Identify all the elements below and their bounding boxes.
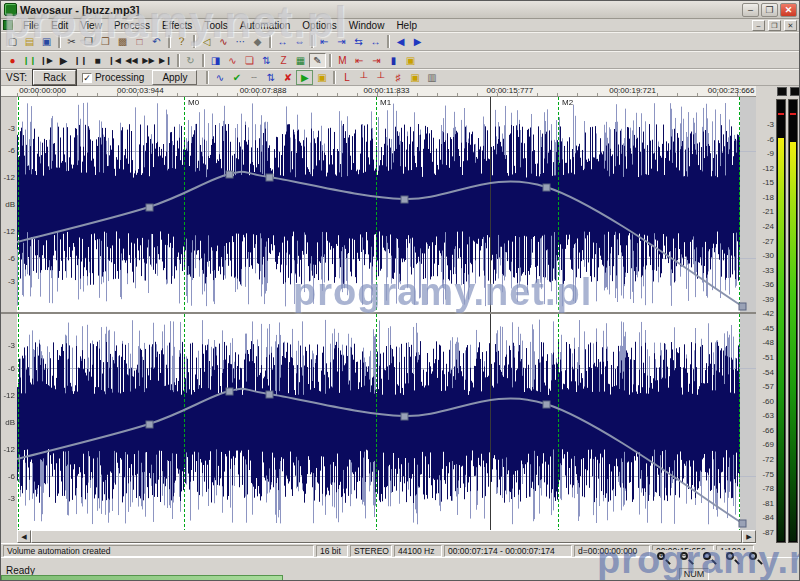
previous-view-button[interactable]: ◀ bbox=[392, 34, 409, 49]
lock-markers-button[interactable]: ▣ bbox=[402, 53, 419, 68]
minimize-button[interactable]: – bbox=[742, 3, 759, 17]
bit-convert-button[interactable]: ⋯ bbox=[232, 34, 249, 49]
frame-status-bar: Ready NUM + − □ bbox=[1, 557, 799, 581]
help-button[interactable]: ? bbox=[173, 34, 190, 49]
loop-both-button[interactable]: ┴ bbox=[355, 70, 372, 85]
lock-envelope-button[interactable]: ▣ bbox=[313, 70, 330, 85]
zoom-left-button[interactable]: ⇤ bbox=[316, 34, 333, 49]
mdi-restore-button[interactable]: ❐ bbox=[768, 20, 781, 31]
resample-grid-button[interactable]: ▦ bbox=[292, 53, 309, 68]
separator bbox=[311, 35, 313, 48]
undo-button[interactable]: ↶ bbox=[148, 34, 165, 49]
menu-tools[interactable]: Tools bbox=[198, 20, 233, 31]
vst-apply-button[interactable]: Apply bbox=[152, 70, 197, 85]
mdi-close-button[interactable]: ✕ bbox=[784, 20, 797, 31]
rewind-button[interactable]: ◀◀ bbox=[123, 53, 140, 68]
zoom-out-button[interactable]: − bbox=[677, 551, 695, 567]
selection-button[interactable]: □ bbox=[131, 34, 148, 49]
menu-effects[interactable]: Effects bbox=[156, 20, 198, 31]
goto-start-button[interactable]: ❙◀ bbox=[106, 53, 123, 68]
marker-end-button[interactable]: ⇥ bbox=[368, 53, 385, 68]
marker-label-m1[interactable]: M1 bbox=[380, 98, 391, 107]
add-marker-button[interactable]: M bbox=[334, 53, 351, 68]
separator bbox=[193, 35, 195, 48]
settings-wrench-button[interactable]: ◆ bbox=[249, 34, 266, 49]
envelope-points-button[interactable]: ┄ bbox=[245, 70, 262, 85]
draw-pencil-button[interactable]: ✎ bbox=[309, 53, 326, 68]
loop-end-button[interactable]: ┴ bbox=[372, 70, 389, 85]
trash-button[interactable]: ▥ bbox=[423, 70, 440, 85]
scroll-left-button[interactable]: ◀ bbox=[17, 530, 31, 543]
record-pause-button[interactable]: ❙❙ bbox=[21, 53, 38, 68]
play-envelope-button[interactable]: ▶ bbox=[296, 70, 313, 85]
marker-label-m0[interactable]: M0 bbox=[188, 98, 199, 107]
paste-button[interactable]: ❒ bbox=[97, 34, 114, 49]
loop-start-button[interactable]: L bbox=[338, 70, 355, 85]
delete-envelope-button[interactable]: ✘ bbox=[279, 70, 296, 85]
markers-snap-button[interactable]: ♯ bbox=[389, 70, 406, 85]
menu-automation[interactable]: Automation bbox=[234, 20, 297, 31]
fit-selection-button[interactable]: ⇔ bbox=[291, 34, 308, 49]
open-file-button[interactable]: ▤ bbox=[21, 34, 38, 49]
marker-start-button[interactable]: ⇤ bbox=[351, 53, 368, 68]
menu-options[interactable]: Options bbox=[296, 20, 342, 31]
scroll-right-button[interactable]: ▶ bbox=[742, 530, 756, 543]
audio-settings-button[interactable]: ◁ bbox=[198, 34, 215, 49]
lock-loop-button[interactable]: ▣ bbox=[406, 70, 423, 85]
stop-button[interactable]: ■ bbox=[89, 53, 106, 68]
menu-edit[interactable]: Edit bbox=[45, 20, 74, 31]
apply-envelope-button[interactable]: ✔ bbox=[228, 70, 245, 85]
close-button[interactable]: ✕ bbox=[780, 3, 797, 17]
menu-file[interactable]: File bbox=[17, 20, 45, 31]
marker-label-m2[interactable]: M2 bbox=[562, 98, 573, 107]
separator bbox=[269, 35, 271, 48]
scrollbar-thumb[interactable] bbox=[31, 530, 742, 543]
time-ruler[interactable]: 00:00:00:00000:00:03:94400:00:07:88800:0… bbox=[1, 86, 756, 97]
clip-light-right[interactable] bbox=[790, 87, 800, 96]
play-button[interactable]: ▶ bbox=[55, 53, 72, 68]
envelope-scale-button[interactable]: ⇅ bbox=[262, 70, 279, 85]
menu-window[interactable]: Window bbox=[343, 20, 391, 31]
pause-button[interactable]: ❙❙ bbox=[72, 53, 89, 68]
peak-hold-right bbox=[790, 113, 796, 115]
zoom-swap-button[interactable]: ⇆ bbox=[350, 34, 367, 49]
record-button[interactable]: ● bbox=[4, 53, 21, 68]
volume-envelope-button[interactable]: ∿ bbox=[211, 70, 228, 85]
cut-button[interactable]: ✂ bbox=[63, 34, 80, 49]
menu-view[interactable]: View bbox=[74, 20, 108, 31]
statistics-button[interactable]: ∿ bbox=[224, 53, 241, 68]
vst-rack-button[interactable]: Rack bbox=[33, 70, 76, 85]
zoom-right-button[interactable]: ⇥ bbox=[333, 34, 350, 49]
resample-curve-button[interactable]: ∿ bbox=[215, 34, 232, 49]
play-block-button[interactable]: ▮ bbox=[385, 53, 402, 68]
horizontal-scrollbar[interactable]: ◀ ▶ bbox=[17, 530, 756, 543]
clip-light-left[interactable] bbox=[777, 87, 787, 96]
paste-to-new-button[interactable]: ◨ bbox=[207, 53, 224, 68]
menu-process[interactable]: Process bbox=[108, 20, 156, 31]
zoom-horizontal-button[interactable]: ↔ bbox=[367, 34, 384, 49]
goto-end-button[interactable]: ▶❙ bbox=[157, 53, 174, 68]
zoom-all-button[interactable] bbox=[723, 551, 741, 567]
waveform-channel-2[interactable] bbox=[17, 314, 756, 530]
time-ruler-labels: 00:00:00:00000:00:03:94400:00:07:88800:0… bbox=[17, 86, 756, 96]
save-file-button[interactable]: ▣ bbox=[38, 34, 55, 49]
next-view-button[interactable]: ▶ bbox=[409, 34, 426, 49]
new-file-button[interactable]: ▢ bbox=[4, 34, 21, 49]
mdi-minimize-button[interactable]: – bbox=[752, 20, 765, 31]
loop-button[interactable]: ↻ bbox=[182, 53, 199, 68]
play-from-start-button[interactable]: ❙▶ bbox=[38, 53, 55, 68]
vst-processing-checkbox[interactable]: ✓ bbox=[82, 73, 92, 83]
restore-button[interactable]: ❐ bbox=[761, 3, 778, 17]
copy-to-new-button[interactable]: ❏ bbox=[241, 53, 258, 68]
paste-special-button[interactable]: ▩ bbox=[114, 34, 131, 49]
fit-all-button[interactable]: ↔ bbox=[274, 34, 291, 49]
insert-silence-button[interactable]: ⇅ bbox=[258, 53, 275, 68]
zoom-selection-button[interactable]: □ bbox=[700, 551, 718, 567]
menu-help[interactable]: Help bbox=[390, 20, 423, 31]
zoom-vertical-button[interactable] bbox=[746, 551, 764, 567]
copy-button[interactable]: ❐ bbox=[80, 34, 97, 49]
crossfade-button[interactable]: Z bbox=[275, 53, 292, 68]
zoom-in-button[interactable]: + bbox=[654, 551, 672, 567]
waveform-channel-1[interactable] bbox=[17, 97, 756, 312]
forward-button[interactable]: ▶▶ bbox=[140, 53, 157, 68]
